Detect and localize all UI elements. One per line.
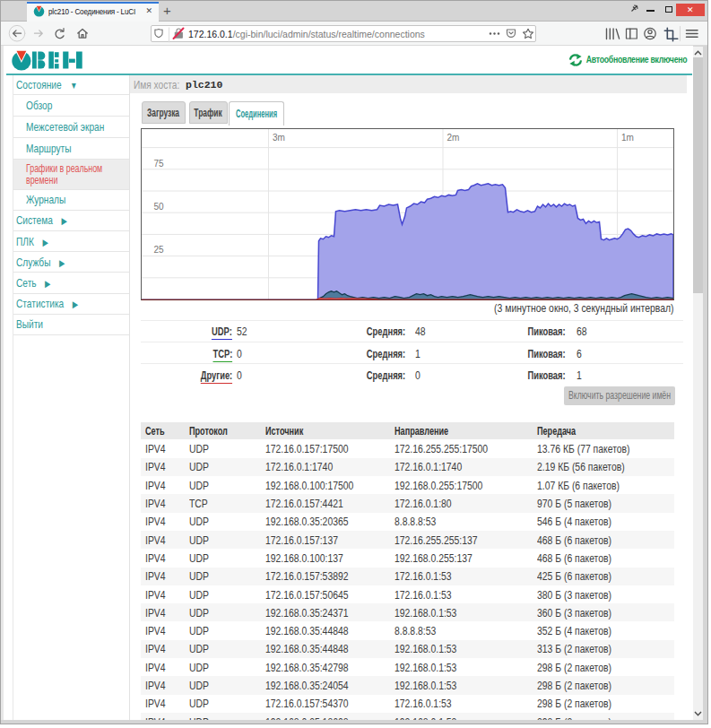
svg-text:2m: 2m: [447, 133, 459, 143]
svg-text:25: 25: [153, 245, 164, 255]
svg-text:3m: 3m: [273, 133, 285, 143]
svg-text:1m: 1m: [621, 133, 634, 143]
svg-text:75: 75: [153, 159, 164, 169]
svg-text:50: 50: [153, 202, 164, 212]
